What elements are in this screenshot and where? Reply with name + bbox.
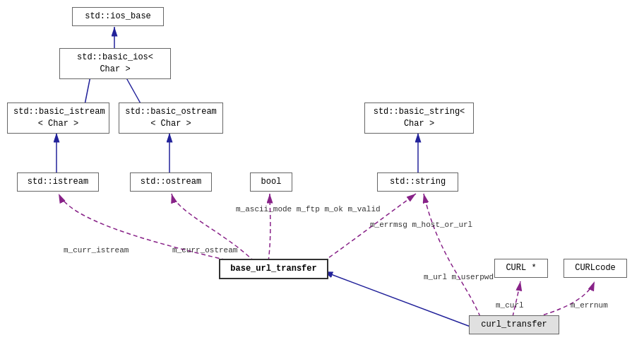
node-istream: std::istream (17, 172, 99, 192)
node-curl-transfer: curl_transfer (469, 315, 559, 334)
label-m-url-userpwd: m_url m_userpwd (424, 273, 494, 281)
node-basic-istream: std::basic_istream < Char > (7, 103, 109, 134)
label-m-errnum: m_errnum (571, 301, 608, 310)
label-m-errmsg: m_errmsg m_host_or_url (370, 221, 472, 229)
label-m-curr-istream: m_curr_istream (64, 246, 129, 254)
node-basic-string: std::basic_string< Char > (364, 103, 474, 134)
label-m-curr-ostream: m_curr_ostream (172, 246, 237, 254)
node-basic-ios: std::basic_ios< Char > (59, 48, 171, 79)
label-m-ascii-ftp: m_ascii_mode m_ftp m_ok m_valid (236, 205, 381, 213)
node-string: std::string (377, 172, 458, 192)
node-curlcode: CURLcode (564, 259, 627, 278)
node-curl-star: CURL * (494, 259, 548, 278)
node-ostream: std::ostream (130, 172, 212, 192)
diagram-container: std::ios_base std::basic_ios< Char > std… (0, 0, 644, 357)
node-ios-base: std::ios_base (72, 7, 164, 26)
node-bool: bool (250, 172, 292, 192)
label-m-curl: m_curl (496, 301, 524, 310)
node-base-url-transfer: base_url_transfer (219, 259, 328, 279)
node-basic-ostream: std::basic_ostream < Char > (119, 103, 223, 134)
